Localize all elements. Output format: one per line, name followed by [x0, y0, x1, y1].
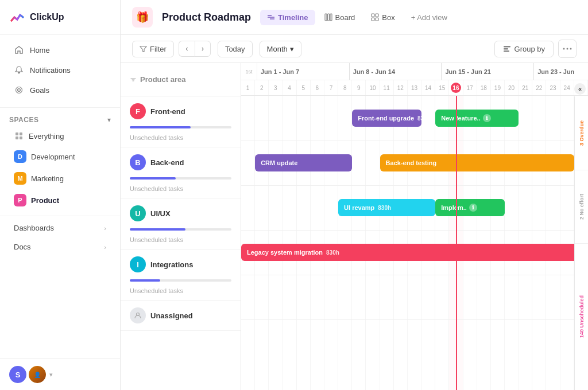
svg-point-21	[567, 48, 568, 50]
overdue-badge: 3 Overdue	[575, 96, 588, 170]
main-content: 🎁 Product Roadmap Timeline Board Box + A…	[121, 0, 588, 390]
svg-rect-15	[372, 18, 374, 21]
development-label: Development	[31, 153, 75, 161]
sidebar-item-development[interactable]: D Development	[5, 146, 115, 167]
frontend-badge: F	[130, 103, 146, 119]
label-header: Product area	[121, 63, 241, 96]
svg-rect-12	[330, 14, 332, 21]
day-13: 13	[408, 80, 421, 95]
avatar-group: S 👤 ▾	[9, 366, 53, 383]
sidebar-item-docs[interactable]: Docs ›	[5, 238, 115, 256]
sidebar-item-home[interactable]: Home	[5, 40, 115, 60]
spaces-chevron-icon[interactable]: ▾	[107, 116, 111, 124]
timeline-icon	[267, 13, 275, 21]
board-view-btn[interactable]: Board	[318, 10, 362, 25]
gantt-bar[interactable]: New feature..ℹ	[435, 110, 519, 127]
more-options-button[interactable]	[558, 40, 577, 58]
notifications-label: Notifications	[30, 66, 71, 75]
gantt-bar[interactable]: Implem..ℹ	[435, 199, 505, 216]
timeline-view-btn[interactable]: Timeline	[260, 10, 315, 25]
prev-btn[interactable]: ‹	[179, 41, 195, 57]
day-12: 12	[394, 80, 408, 95]
gantt-bar[interactable]: UI revamp 830h	[338, 199, 435, 216]
unassigned-name: Unassigned	[150, 311, 193, 320]
svg-point-20	[563, 48, 565, 50]
timeline-nav-arrows: ‹ ›	[179, 41, 211, 57]
add-view-btn[interactable]: + Add view	[404, 10, 454, 25]
sidebar-nav: Home Notifications Goals	[0, 35, 120, 105]
day-20: 20	[505, 80, 519, 95]
group-by-button[interactable]: Group by	[494, 41, 554, 57]
day-5: 5	[297, 80, 311, 95]
integrations-progress-bar	[130, 279, 160, 282]
sidebar-item-product[interactable]: P Product	[5, 190, 115, 210]
app-title: ClickUp	[30, 12, 64, 22]
gantt-bar[interactable]: Back-end testing	[380, 154, 574, 171]
everything-label: Everything	[29, 132, 64, 141]
next-btn[interactable]: ›	[195, 41, 211, 57]
home-label: Home	[30, 46, 50, 54]
gantt-rows: Front-end upgrade 830hNew feature..ℹCRM …	[241, 96, 588, 390]
integrations-name: Integrations	[150, 260, 193, 269]
no-effort-badge: 2 No effort	[575, 170, 588, 244]
sidebar-item-everything[interactable]: Everything	[5, 127, 115, 145]
unscheduled-badge: 140 Unscheduled	[575, 244, 588, 390]
day-10: 10	[366, 80, 380, 95]
marketing-badge: M	[14, 172, 26, 185]
day-6: 6	[311, 80, 324, 95]
today-button[interactable]: Today	[218, 41, 253, 57]
filter-icon	[140, 45, 147, 53]
nav-divider	[0, 107, 120, 108]
day-8: 8	[338, 80, 352, 95]
avatar-s: S	[9, 366, 26, 383]
collapse-button[interactable]: «	[574, 83, 586, 95]
divider-2	[0, 216, 120, 216]
bell-icon	[14, 65, 24, 75]
svg-rect-10	[325, 14, 327, 21]
product-label: Product	[31, 196, 59, 205]
timeline-header: 1st Jun 1 - Jun 7 Jun 8 - Jun 14 Jun 15 …	[241, 63, 588, 96]
group-unassigned: Unassigned	[121, 301, 241, 331]
day-23: 23	[546, 80, 560, 95]
week3-label: Jun 15 - Jun 21	[442, 63, 534, 80]
svg-rect-5	[16, 136, 18, 139]
gantt-bar[interactable]: CRM update	[255, 154, 352, 171]
day-17: 17	[463, 80, 477, 95]
today-line	[456, 96, 457, 390]
day-15: 15	[435, 80, 449, 95]
day-14: 14	[421, 80, 435, 95]
group-integrations: I Integrations Unscheduled tasks	[121, 249, 241, 301]
gantt-bar[interactable]: Front-end upgrade 830h	[352, 110, 421, 127]
backend-badge: B	[130, 154, 146, 170]
group-backend: B Back-end Unscheduled tasks	[121, 147, 241, 198]
gantt-bar[interactable]: Legacy system migration 830h	[241, 244, 588, 261]
row-labels: Product area F Front-end Unscheduled tas…	[121, 63, 241, 390]
unassigned-badge	[130, 307, 146, 323]
group-uiux: U UI/UX Unscheduled tasks	[121, 198, 241, 249]
backend-progress-bar	[130, 177, 176, 180]
day-2: 2	[255, 80, 269, 95]
docs-label: Docs	[14, 243, 31, 251]
backend-name: Back-end	[150, 158, 184, 167]
day-19: 19	[491, 80, 505, 95]
filter-button[interactable]: Filter	[132, 41, 174, 57]
month-selector[interactable]: Month ▾	[260, 41, 301, 57]
day-9: 9	[352, 80, 366, 95]
sidebar-footer: S 👤 ▾	[0, 358, 120, 390]
sidebar-item-dashboards[interactable]: Dashboards ›	[5, 219, 115, 237]
clickup-logo-icon	[9, 9, 25, 25]
development-badge: D	[14, 150, 26, 163]
sidebar-item-notifications[interactable]: Notifications	[5, 60, 115, 80]
day-21: 21	[519, 80, 532, 95]
svg-rect-16	[376, 18, 378, 21]
integrations-unscheduled: Unscheduled tasks	[121, 284, 241, 300]
uiux-badge: U	[130, 205, 146, 221]
sidebar: ClickUp Home Notifications Goals Spaces …	[0, 0, 121, 390]
box-view-btn[interactable]: Box	[364, 10, 401, 25]
home-icon	[14, 45, 24, 55]
sidebar-item-marketing[interactable]: M Marketing	[5, 168, 115, 189]
sidebar-item-goals[interactable]: Goals	[5, 80, 115, 100]
avatar-chevron-icon[interactable]: ▾	[49, 371, 53, 379]
svg-rect-4	[20, 132, 22, 135]
backend-progress	[130, 177, 231, 180]
